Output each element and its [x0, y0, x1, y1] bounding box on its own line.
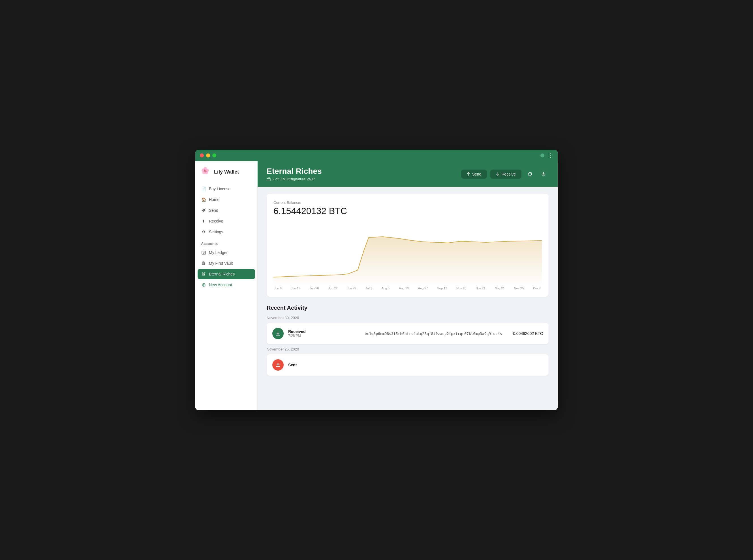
header-left: Eternal Riches 2 of 3 Multisignature Vau…: [267, 167, 322, 181]
add-account-icon: ⊕: [201, 282, 206, 287]
transaction-time: 7:28 PM: [288, 334, 360, 338]
received-icon: [272, 328, 284, 339]
svg-point-5: [543, 173, 544, 175]
sidebar-item-new-account[interactable]: ⊕ New Account: [198, 280, 255, 290]
send-button[interactable]: Send: [461, 169, 487, 179]
transaction-row[interactable]: Received 7:28 PM bc1q3p6nm98s3f5rh6htrs4…: [267, 323, 549, 344]
gear-button[interactable]: [538, 169, 549, 179]
transaction-row[interactable]: Sent: [267, 354, 549, 376]
ledger-icon: [201, 250, 206, 255]
balance-value: 6.154420132 BTC: [273, 206, 542, 216]
sidebar-item-label: Buy License: [209, 186, 230, 191]
sidebar-item-label: My Ledger: [209, 250, 228, 255]
send-icon: [201, 208, 206, 213]
send-btn-icon: [467, 172, 470, 176]
chart-label: Nov 21: [475, 286, 486, 290]
receive-btn-icon: [496, 172, 500, 176]
transaction-address: bc1q3p6nm98s3f5rh6htrs4utq23qf8t0zacp2fp…: [365, 332, 508, 336]
minimize-button[interactable]: [206, 154, 210, 157]
sidebar-nav: 📄 Buy License 🏠 Home Send ⬇: [195, 184, 257, 237]
settings-icon: ⚙: [201, 229, 206, 235]
svg-rect-4: [267, 178, 270, 181]
sidebar-item-label: My First Vault: [209, 261, 233, 265]
transaction-type: Sent: [288, 363, 370, 367]
home-icon: 🏠: [201, 197, 206, 202]
receive-button[interactable]: Receive: [490, 169, 522, 179]
download-icon: [276, 331, 281, 336]
logo-text: Lily Wallet: [214, 169, 239, 175]
chart-label: Sep 11: [437, 286, 447, 290]
sidebar-item-label: Send: [209, 208, 218, 213]
refresh-icon: [527, 172, 532, 177]
activity-date: November 30, 2020: [267, 316, 549, 320]
upload-icon: [276, 362, 281, 367]
chart-label: Aug 27: [418, 286, 428, 290]
content-area: Current Balance: 6.154420132 BTC: [258, 187, 558, 410]
app-body: 🌸 Lily Wallet 📄 Buy License 🏠 Home: [195, 161, 558, 410]
close-button[interactable]: [200, 154, 204, 157]
gear-icon: [541, 172, 546, 177]
vault-subtitle-icon: [267, 177, 271, 181]
chart-label: Jun 20: [310, 286, 319, 290]
vault-icon: 🏛: [201, 261, 206, 266]
activity-info: Sent: [288, 363, 370, 367]
page-title: Eternal Riches: [267, 167, 322, 176]
header: Eternal Riches 2 of 3 Multisignature Vau…: [258, 161, 558, 187]
sidebar-item-label: Settings: [209, 229, 223, 234]
logo-icon: 🌸: [201, 167, 211, 177]
maximize-button[interactable]: [212, 154, 216, 157]
chart-label: Jul 1: [365, 286, 372, 290]
recent-activity-title: Recent Activity: [267, 305, 549, 311]
chart-label: Jun 22: [347, 286, 356, 290]
chart-label: Nov 20: [456, 286, 466, 290]
sidebar-item-label: Eternal Riches: [209, 272, 235, 276]
balance-label: Current Balance:: [273, 200, 542, 205]
sent-icon: [272, 359, 284, 371]
header-actions: Send Receive: [461, 169, 549, 179]
sidebar-item-send[interactable]: Send: [198, 205, 255, 216]
sidebar-item-my-first-vault[interactable]: 🏛 My First Vault: [198, 258, 255, 268]
sidebar: 🌸 Lily Wallet 📄 Buy License 🏠 Home: [195, 161, 258, 410]
transaction-type: Received: [288, 329, 360, 334]
activity-info: Received 7:28 PM: [288, 329, 360, 338]
chart-card: Current Balance: 6.154420132 BTC: [267, 194, 549, 297]
chart-label: Jun 22: [328, 286, 338, 290]
sidebar-item-label: Home: [209, 197, 219, 202]
titlebar-right: ⋮: [541, 152, 553, 159]
sidebar-item-my-ledger[interactable]: My Ledger: [198, 247, 255, 258]
chart-label: Aug 13: [399, 286, 409, 290]
accounts-section-label: Accounts: [195, 237, 257, 247]
chart-label: Aug 5: [381, 286, 389, 290]
sidebar-item-label: Receive: [209, 219, 223, 223]
titlebar-menu-icon[interactable]: ⋮: [548, 152, 553, 159]
app-window: ⋮ 🌸 Lily Wallet 📄 Buy License 🏠 Home: [195, 150, 558, 410]
sidebar-item-buy-license[interactable]: 📄 Buy License: [198, 184, 255, 194]
chart-container: Jun 6 Jun 19 Jun 20 Jun 22 Jun 22 Jul 1 …: [273, 222, 542, 290]
chart-x-labels: Jun 6 Jun 19 Jun 20 Jun 22 Jun 22 Jul 1 …: [273, 286, 542, 290]
chart-label: Nov 21: [495, 286, 505, 290]
sidebar-item-receive[interactable]: ⬇ Receive: [198, 216, 255, 226]
status-dot: [541, 154, 544, 157]
chart-label: Nov 25: [514, 286, 524, 290]
sidebar-logo: 🌸 Lily Wallet: [195, 167, 257, 184]
header-subtitle: 2 of 3 Multisignature Vault: [267, 177, 322, 181]
eternal-riches-icon: 🏛: [201, 272, 206, 277]
titlebar: ⋮: [195, 150, 558, 161]
chart-label: Jun 6: [274, 286, 282, 290]
receive-icon: ⬇: [201, 219, 206, 224]
chart-label: Dec 8: [533, 286, 541, 290]
accounts-nav: My Ledger 🏛 My First Vault 🏛 Eternal Ric…: [195, 247, 257, 290]
traffic-lights: [200, 154, 216, 157]
buy-license-icon: 📄: [201, 186, 206, 192]
vault-type-label: 2 of 3 Multisignature Vault: [272, 177, 314, 181]
sidebar-item-eternal-riches[interactable]: 🏛 Eternal Riches: [198, 269, 255, 279]
sidebar-item-home[interactable]: 🏠 Home: [198, 195, 255, 205]
sidebar-item-settings[interactable]: ⚙ Settings: [198, 227, 255, 237]
transaction-amount: 0.00492002 BTC: [513, 331, 543, 336]
chart-label: Jun 19: [291, 286, 300, 290]
refresh-button[interactable]: [525, 169, 535, 179]
sidebar-item-label: New Account: [209, 283, 232, 287]
price-chart: [273, 222, 542, 284]
main-content: Eternal Riches 2 of 3 Multisignature Vau…: [258, 161, 558, 410]
activity-date: November 25, 2020: [267, 347, 549, 351]
